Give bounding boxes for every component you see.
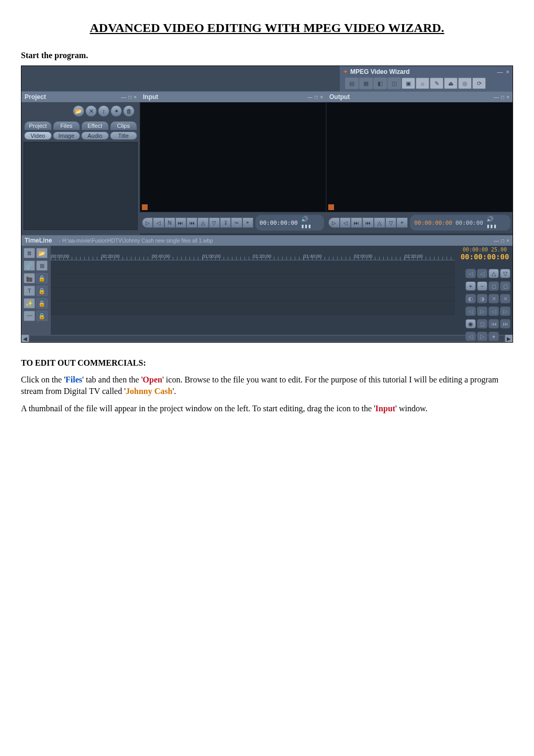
tl-tool-fx[interactable]: ✨ — [24, 298, 35, 309]
stop-icon[interactable] — [328, 204, 334, 210]
tl-rb-minus[interactable]: − — [477, 281, 487, 291]
tl-tool-lock2[interactable]: 🔒 — [36, 286, 48, 296]
tl-tool-open[interactable]: 📂 — [36, 248, 48, 258]
delete-button[interactable]: ✕ — [85, 105, 97, 117]
end-button[interactable]: ⏭ — [351, 217, 362, 228]
sound-icon[interactable]: 🔊 ▮▮▮ — [301, 216, 320, 229]
start-button[interactable]: ⏮ — [186, 217, 197, 228]
tab-image[interactable]: Image — [53, 132, 81, 140]
play-button[interactable]: ▷ — [328, 217, 340, 228]
tl-rb-4[interactable]: ◻ — [500, 281, 510, 291]
tab-project[interactable]: Project — [24, 121, 52, 130]
tl-rb-5[interactable]: ◐ — [465, 294, 476, 303]
tab-effect[interactable]: Effect — [81, 121, 109, 130]
tl-rb-7[interactable]: ✕ — [488, 294, 499, 303]
timeline-area[interactable]: 00:00:00 00:20:00 00:40:00 01:00:00 01:2… — [51, 246, 513, 335]
tab-files[interactable]: Files — [53, 121, 81, 130]
output-viewer[interactable] — [326, 102, 513, 212]
tl-rb-14[interactable]: ⏮ — [488, 319, 499, 328]
timeline-track[interactable] — [51, 301, 455, 315]
tl-rb-rec[interactable]: ● — [488, 332, 499, 341]
markin-button[interactable]: ↧ — [220, 217, 231, 228]
panel-max-icon[interactable]: □ — [501, 94, 504, 100]
stop-icon[interactable] — [142, 204, 148, 210]
end-button[interactable]: ⏭ — [175, 217, 186, 228]
tl-tool-audio[interactable]: 〰 — [24, 311, 35, 321]
next-button[interactable]: N — [164, 217, 175, 228]
tab-video[interactable]: Video — [24, 132, 52, 140]
tl-rb-6[interactable]: ◑ — [477, 294, 487, 303]
start-button[interactable]: ⏮ — [362, 217, 374, 228]
panel-min-icon[interactable]: — — [494, 94, 499, 100]
tl-rb-16[interactable]: ◁ — [465, 332, 476, 341]
toolbar-btn-6[interactable]: ⌕ — [416, 78, 429, 89]
panel-close-icon[interactable]: × — [134, 94, 137, 100]
tl-rb-11[interactable]: ◁ — [488, 306, 499, 316]
tl-rb-down[interactable]: ▽ — [500, 269, 510, 278]
tl-rb-8[interactable]: ✕ — [500, 294, 510, 303]
toolbar-btn-3[interactable]: ◧ — [373, 78, 387, 89]
toolbar-btn-7[interactable]: ✎ — [430, 78, 443, 89]
tl-tool-lock4[interactable]: 🔒 — [36, 311, 48, 321]
snap-button[interactable]: ⌖ — [242, 217, 253, 228]
up-button[interactable]: △ — [197, 217, 208, 228]
timeline-track[interactable] — [51, 260, 455, 274]
tl-tool-lock1[interactable]: 🔒 — [36, 273, 48, 283]
tl-rb-eye[interactable]: ◉ — [465, 319, 476, 328]
tl-rb-2[interactable]: ◁ — [477, 269, 487, 278]
tab-title[interactable]: Title — [110, 132, 138, 140]
panel-max-icon[interactable]: □ — [128, 94, 131, 100]
actions-button[interactable]: ✦ — [110, 105, 122, 117]
open-button[interactable]: 📂 — [73, 105, 84, 117]
tl-rb-up[interactable]: △ — [488, 269, 499, 278]
tl-rb-9[interactable]: ◁ — [465, 306, 476, 316]
toolbar-btn-8[interactable]: ⏏ — [444, 78, 458, 89]
down-button[interactable]: ▽ — [209, 217, 220, 228]
timeline-scrollbar[interactable]: ◀ ▶ — [21, 335, 513, 342]
scroll-left-icon[interactable]: ◀ — [21, 335, 29, 342]
cut-button[interactable]: ✂ — [231, 217, 242, 228]
reorder-button[interactable]: ↕ — [98, 105, 109, 117]
snap-button[interactable]: ⌖ — [396, 217, 408, 228]
panel-max-icon[interactable]: □ — [501, 238, 504, 244]
input-viewer[interactable] — [140, 102, 326, 212]
tl-tool-snap[interactable]: ⊞ — [36, 260, 48, 271]
tab-clips[interactable]: Clips — [110, 121, 138, 130]
panel-close-icon[interactable]: × — [320, 94, 323, 100]
tab-audio[interactable]: Audio — [81, 132, 109, 140]
tl-tool-lock3[interactable]: 🔒 — [36, 298, 48, 309]
timeline-track[interactable] — [51, 274, 455, 288]
tl-tool-new[interactable]: 🗎 — [24, 248, 35, 258]
tl-rb-plus[interactable]: + — [465, 281, 476, 291]
panel-close-icon[interactable]: × — [506, 238, 509, 244]
panel-min-icon[interactable]: — — [307, 94, 313, 100]
timeline-track[interactable] — [51, 288, 455, 301]
project-content[interactable] — [24, 142, 138, 230]
toolbar-btn-4[interactable]: ◫ — [387, 78, 401, 89]
tl-tool-text[interactable]: T — [24, 286, 35, 296]
toolbar-btn-1[interactable]: ▤ — [345, 78, 359, 89]
tl-tool-link[interactable]: 🔗 — [24, 260, 35, 271]
tl-rb-1[interactable]: ◁ — [465, 269, 476, 278]
up-button[interactable]: △ — [374, 217, 385, 228]
close-icon[interactable]: × — [506, 69, 509, 75]
panel-min-icon[interactable]: — — [121, 94, 126, 100]
trash-button[interactable]: 🗑 — [123, 105, 135, 117]
minimize-icon[interactable]: — — [497, 69, 503, 75]
tl-rb-12[interactable]: ▷ — [500, 306, 510, 316]
toolbar-btn-5[interactable]: ▣ — [402, 78, 415, 89]
back-button[interactable]: ◁ — [153, 217, 164, 228]
panel-min-icon[interactable]: — — [494, 238, 499, 244]
panel-close-icon[interactable]: × — [506, 94, 509, 100]
back-button[interactable]: ◁ — [340, 217, 351, 228]
sound-icon[interactable]: 🔊 ▮▮▮ — [486, 216, 506, 229]
toolbar-btn-10[interactable]: ⟳ — [472, 78, 486, 89]
tl-rb-10[interactable]: ▷ — [477, 306, 487, 316]
play-button[interactable]: ▷ — [142, 217, 153, 228]
panel-max-icon[interactable]: □ — [315, 94, 318, 100]
toolbar-btn-2[interactable]: ▦ — [359, 78, 373, 89]
tl-rb-13[interactable]: ◻ — [477, 319, 487, 328]
toolbar-btn-9[interactable]: ◎ — [458, 78, 472, 89]
tl-tool-video[interactable]: 🎬 — [24, 273, 35, 283]
tl-rb-15[interactable]: ⏭ — [500, 319, 510, 328]
